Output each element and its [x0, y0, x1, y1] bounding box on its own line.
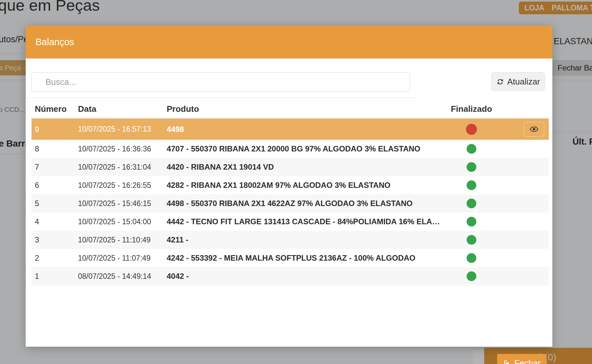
- column-header-data: Data: [75, 104, 163, 114]
- modal-body: Atualizar Número Data Produto Finalizado…: [26, 58, 552, 347]
- cell-produto: 4498: [163, 125, 442, 134]
- modal-header: Balanços: [26, 26, 552, 58]
- cell-finalizado: [442, 124, 501, 135]
- table-row[interactable]: 3 10/07/2025 - 11:10:49 4211 -: [32, 231, 549, 249]
- status-dot: [467, 199, 476, 208]
- table-header-row: Número Data Produto Finalizado: [32, 100, 549, 119]
- refresh-icon: [496, 78, 504, 86]
- status-dot: [467, 235, 476, 245]
- balance-table-body: 9 10/07/2025 - 16:57:13 4498 8 10/07/202…: [32, 119, 549, 285]
- cell-finalizado: [442, 217, 501, 227]
- cell-produto: 4442 - TECNO FIT LARGE 131413 CASCADE - …: [163, 217, 442, 226]
- balances-table: Número Data Produto Finalizado 9 10/07/2…: [32, 100, 549, 285]
- cell-numero: 9: [32, 125, 75, 134]
- search-input[interactable]: [32, 72, 410, 92]
- cell-numero: 6: [32, 181, 75, 190]
- table-row[interactable]: 6 10/07/2025 - 16:26:55 4282 - RIBANA 2X…: [32, 176, 549, 194]
- status-dot: [467, 180, 476, 190]
- column-header-numero: Número: [32, 104, 75, 114]
- cell-data: 10/07/2025 - 15:46:15: [75, 199, 163, 208]
- status-dot: [467, 217, 476, 227]
- cell-data: 10/07/2025 - 16:31:04: [75, 163, 163, 172]
- status-dot: [467, 144, 476, 154]
- cell-produto: 4282 - RIBANA 2X1 18002AM 97% ALGODAO 3%…: [163, 181, 442, 190]
- cell-data: 10/07/2025 - 11:10:49: [75, 236, 163, 244]
- cell-produto: 4707 - 550370 RIBANA 2X1 20000 BG 97% AL…: [163, 144, 442, 153]
- cell-produto: 4498 - 550370 RIBANA 2X1 4622AZ 97% ALGO…: [163, 199, 442, 208]
- cell-data: 08/07/2025 - 14:49:14: [75, 272, 163, 281]
- cell-finalizado: [442, 144, 501, 154]
- cell-numero: 3: [32, 235, 75, 244]
- status-dot: [467, 162, 476, 172]
- cell-numero: 8: [32, 144, 75, 153]
- table-row[interactable]: 8 10/07/2025 - 16:36:36 4707 - 550370 RI…: [32, 140, 549, 158]
- cell-numero: 1: [32, 272, 75, 281]
- divider: [26, 346, 552, 347]
- table-row[interactable]: 1 08/07/2025 - 14:49:14 4042 -: [32, 267, 549, 285]
- table-row[interactable]: 4 10/07/2025 - 15:04:00 4442 - TECNO FIT…: [32, 213, 549, 231]
- close-modal-button[interactable]: Fechar: [497, 354, 547, 364]
- cell-numero: 4: [32, 217, 75, 226]
- cell-data: 10/07/2025 - 11:07:49: [75, 254, 163, 263]
- table-row[interactable]: 7 10/07/2025 - 16:31:04 4420 - RIBANA 2X…: [32, 158, 549, 176]
- cell-finalizado: [442, 180, 501, 190]
- close-button-label: Fechar: [514, 358, 541, 364]
- status-dot: [467, 253, 476, 263]
- cell-data: 10/07/2025 - 15:04:00: [75, 217, 163, 226]
- column-header-produto: Produto: [163, 104, 442, 114]
- cell-data: 10/07/2025 - 16:36:36: [75, 145, 163, 153]
- cell-numero: 7: [32, 162, 75, 172]
- cell-data: 10/07/2025 - 16:26:55: [75, 181, 163, 190]
- sign-out-icon: [503, 359, 511, 364]
- cell-finalizado: [442, 199, 501, 208]
- cell-produto: 4211 -: [163, 235, 442, 244]
- status-dot: [466, 124, 477, 135]
- divider: [26, 98, 417, 98]
- cell-numero: 2: [32, 254, 75, 263]
- balancos-modal: Balanços Atualizar Número Data Produto F…: [26, 26, 552, 347]
- column-header-finalizado: Finalizado: [442, 104, 501, 114]
- modal-title: Balanços: [35, 37, 74, 47]
- status-dot: [467, 271, 476, 281]
- cell-finalizado: [442, 235, 501, 245]
- table-row[interactable]: 9 10/07/2025 - 16:57:13 4498: [32, 119, 549, 140]
- cell-finalizado: [442, 162, 501, 172]
- cell-numero: 5: [32, 199, 75, 208]
- cell-produto: 4420 - RIBANA 2X1 19014 VD: [163, 162, 442, 172]
- table-row[interactable]: 5 10/07/2025 - 15:46:15 4498 - 550370 RI…: [32, 194, 549, 213]
- cell-produto: 4242 - 553392 - MEIA MALHA SOFTPLUS 2136…: [163, 254, 442, 263]
- cell-finalizado: [442, 253, 501, 263]
- refresh-button-label: Atualizar: [507, 77, 540, 87]
- eye-icon: [530, 125, 538, 134]
- cell-produto: 4042 -: [163, 272, 442, 281]
- cell-finalizado: [442, 271, 501, 281]
- cell-data: 10/07/2025 - 16:57:13: [75, 125, 163, 134]
- refresh-button[interactable]: Atualizar: [491, 72, 545, 91]
- cell-actions: [501, 122, 549, 137]
- view-button[interactable]: [524, 122, 544, 137]
- table-row[interactable]: 2 10/07/2025 - 11:07:49 4242 - 553392 - …: [32, 249, 549, 267]
